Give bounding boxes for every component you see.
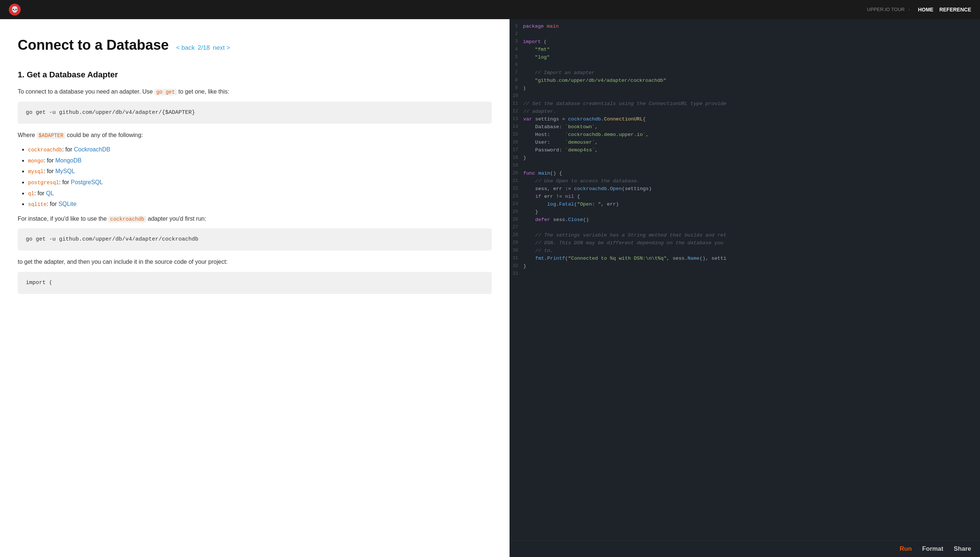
- code1-text: go get -u github.com/upper/db/v4/adapter…: [26, 109, 195, 116]
- line-number: 14: [510, 124, 523, 130]
- list-item: sqlite: for SQLite: [28, 199, 492, 209]
- intro-suffix: to get one, like this:: [178, 88, 229, 94]
- line-content: }: [523, 208, 538, 216]
- line-content: }: [523, 154, 526, 162]
- line-number: 23: [510, 193, 523, 200]
- line-content: var settings = cockroachdb.ConnectionURL…: [523, 116, 645, 124]
- line-content: // to.: [523, 247, 553, 255]
- code-editor[interactable]: 1package main23import (4 "fmt"5 "log"67 …: [510, 19, 980, 541]
- code-line: 20func main() {: [510, 170, 980, 178]
- code-line: 14 Database: `booktown`,: [510, 124, 980, 131]
- run-button[interactable]: Run: [900, 545, 912, 552]
- line-content: package main: [523, 23, 559, 31]
- where-suffix: could be any of the following:: [67, 132, 143, 138]
- code-line: 13var settings = cockroachdb.ConnectionU…: [510, 116, 980, 124]
- line-content: "fmt": [523, 46, 550, 54]
- line-number: 31: [510, 255, 523, 262]
- line-number: 16: [510, 139, 523, 146]
- code-line: 18}: [510, 154, 980, 162]
- line-content: fmt.Printf("Connected to %q with DSN:\n\…: [523, 255, 726, 263]
- nav-reference-link[interactable]: REFERENCE: [939, 5, 971, 14]
- line-number: 28: [510, 232, 523, 239]
- line-number: 17: [510, 147, 523, 154]
- page-title: Connect to a Database < back 2/18 next >: [18, 34, 492, 56]
- page-nav: < back 2/18 next >: [176, 43, 230, 53]
- code-line: 23 if err != nil {: [510, 193, 980, 201]
- adapter-name-1: cockroachdb: [28, 147, 62, 153]
- nav-home-link[interactable]: HOME: [918, 5, 934, 14]
- instance-adapter: cockroachdb: [108, 216, 146, 223]
- line-number: 26: [510, 216, 523, 223]
- line-content: Database: `booktown`,: [523, 124, 598, 131]
- line-content: User: `demouser`,: [523, 139, 598, 147]
- line-content: if err != nil {: [523, 193, 580, 201]
- line-content: defer sess.Close(): [523, 216, 589, 224]
- adapter-link-4[interactable]: PostgreSQL: [71, 179, 103, 185]
- line-content: // DSN. This DSN may be different depend…: [523, 239, 724, 247]
- code-line: 24 log.Fatal("Open: ", err): [510, 201, 980, 208]
- adapter-name-4: postgresql: [28, 180, 59, 186]
- code-line: 21 // Use Open to access the database.: [510, 178, 980, 185]
- line-number: 8: [510, 77, 523, 84]
- line-content: }: [523, 263, 526, 270]
- code-block-3: import (: [18, 272, 492, 294]
- adapter-link-6[interactable]: SQLite: [58, 201, 76, 207]
- code-line: 8 "github.com/upper/db/v4/adapter/cockro…: [510, 77, 980, 85]
- logo: 💀: [9, 4, 21, 15]
- main-layout: Connect to a Database < back 2/18 next >…: [0, 19, 980, 557]
- adapter-link-5[interactable]: QL: [46, 190, 54, 196]
- share-button[interactable]: Share: [954, 545, 971, 552]
- line-number: 3: [510, 38, 523, 45]
- code-line: 22 sess, err := cockroachdb.Open(setting…: [510, 185, 980, 193]
- next-link[interactable]: next >: [213, 43, 230, 53]
- code-line: 4 "fmt": [510, 46, 980, 54]
- line-number: 32: [510, 263, 523, 270]
- adapter-name-6: sqlite: [28, 202, 46, 207]
- line-number: 10: [510, 93, 523, 99]
- line-number: 29: [510, 239, 523, 246]
- code-line: 17 Password: `demop4ss`,: [510, 147, 980, 154]
- adapter-link-2[interactable]: MongoDB: [55, 157, 82, 164]
- instance-paragraph: For instace, if you'd like to use the co…: [18, 214, 492, 224]
- code-line: 9): [510, 85, 980, 93]
- line-number: 6: [510, 62, 523, 68]
- section1-heading: 1. Get a Database Adapter: [18, 68, 492, 81]
- line-content: // adapter.: [523, 108, 556, 116]
- code-line: 30 // to.: [510, 247, 980, 255]
- section1-intro: To connect to a database you need an ada…: [18, 87, 492, 96]
- breadcrumb-text: UPPER.IO TOUR: [867, 7, 905, 12]
- line-number: 2: [510, 31, 523, 37]
- line-number: 12: [510, 108, 523, 115]
- code-line: 3import (: [510, 38, 980, 46]
- code-line: 31 fmt.Printf("Connected to %q with DSN:…: [510, 255, 980, 263]
- line-content: sess, err := cockroachdb.Open(settings): [523, 185, 652, 193]
- line-number: 7: [510, 69, 523, 76]
- list-item: mongo: for MongoDB: [28, 156, 492, 165]
- code-line: 32}: [510, 263, 980, 270]
- line-number: 21: [510, 178, 523, 184]
- where-paragraph: Where $ADAPTER could be any of the follo…: [18, 130, 492, 140]
- code-line: 27: [510, 224, 980, 232]
- editor-bottom-bar: Run Format Share: [510, 541, 980, 557]
- adapter-link-3[interactable]: MySQL: [55, 168, 75, 174]
- adapters-list: cockroachdb: for CockroachDB mongo: for …: [28, 145, 492, 209]
- code-line: 10: [510, 93, 980, 100]
- format-button[interactable]: Format: [922, 545, 944, 552]
- navbar: 💀 UPPER.IO TOUR › HOME REFERENCE: [0, 0, 980, 19]
- adapter-link-1[interactable]: CockroachDB: [74, 146, 110, 153]
- code2-text: go get -u github.com/upper/db/v4/adapter…: [26, 236, 198, 243]
- left-panel: Connect to a Database < back 2/18 next >…: [0, 19, 510, 557]
- line-content: // Set the database credentials using th…: [523, 100, 726, 108]
- list-item: cockroachdb: for CockroachDB: [28, 145, 492, 154]
- code-line: 19: [510, 162, 980, 170]
- back-link[interactable]: < back: [176, 43, 195, 53]
- line-content: // Use Open to access the database.: [523, 178, 640, 185]
- line-number: 27: [510, 224, 523, 231]
- nav-breadcrumb: UPPER.IO TOUR ›: [867, 6, 912, 14]
- line-number: 4: [510, 46, 523, 53]
- line-content: Password: `demop4ss`,: [523, 147, 598, 154]
- code-line: 25 }: [510, 208, 980, 216]
- instance-suffix: adapter you'd first run:: [148, 215, 206, 222]
- code-block-1: go get -u github.com/upper/db/v4/adapter…: [18, 102, 492, 124]
- line-number: 9: [510, 85, 523, 92]
